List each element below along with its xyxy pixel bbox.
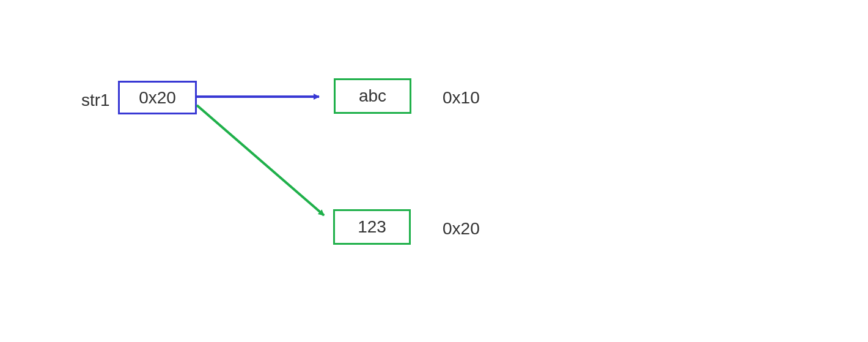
arrow-to-object2 xyxy=(0,0,868,342)
svg-line-1 xyxy=(197,105,324,215)
memory-diagram: str1 0x20 abc 0x10 123 0x20 xyxy=(0,0,868,342)
